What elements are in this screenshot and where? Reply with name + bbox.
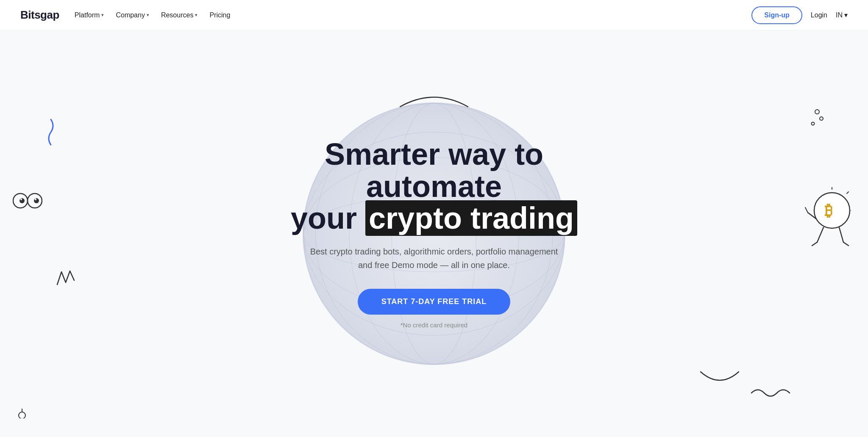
hero-section: ₿ [0,30,868,437]
nav-link-company[interactable]: Company ▾ [116,11,149,19]
svg-point-13 [19,412,25,418]
nav-item-pricing[interactable]: Pricing [209,11,230,19]
blue-squiggle-decoration [38,115,64,151]
svg-point-11 [20,199,22,200]
svg-line-24 [839,227,843,242]
login-button[interactable]: Login [811,11,827,19]
chevron-down-icon: ▾ [195,12,198,18]
svg-line-26 [843,242,849,246]
cta-container: START 7-DAY FREE TRIAL *No credit card r… [275,289,593,329]
svg-line-25 [812,242,817,246]
svg-point-7 [13,194,28,208]
squiggle-decoration-bottom-right [749,384,792,403]
svg-line-27 [808,213,816,219]
nav-link-pricing[interactable]: Pricing [209,11,230,19]
nav-links: Platform ▾ Company ▾ Resources ▾ Pricing [75,11,230,19]
svg-line-28 [805,207,808,213]
hero-content: Smarter way to automate your crypto trad… [264,138,604,329]
svg-point-9 [19,198,25,203]
svg-point-12 [35,199,36,200]
no-credit-note: *No credit card required [401,321,467,329]
svg-point-8 [28,194,42,208]
signup-button[interactable]: Sign-up [751,6,802,24]
trial-button[interactable]: START 7-DAY FREE TRIAL [358,289,511,315]
language-selector[interactable]: IN ▾ [836,11,848,19]
hero-subtitle: Best crypto trading bots, algorithmic or… [307,245,561,272]
nav-link-resources[interactable]: Resources ▾ [161,11,198,19]
svg-point-18 [814,193,850,228]
circle-decoration-bottom-left [17,408,28,420]
navbar-right: Sign-up Login IN ▾ [751,6,848,24]
navbar-left: Bitsgap Platform ▾ Company ▾ Resources ▾ [20,8,230,22]
eyes-decoration [13,191,42,212]
svg-point-17 [812,122,815,125]
svg-text:₿: ₿ [825,202,832,219]
navbar: Bitsgap Platform ▾ Company ▾ Resources ▾ [0,0,868,30]
svg-point-16 [820,117,823,120]
svg-point-15 [815,110,819,114]
svg-line-21 [847,192,849,194]
circles-decoration-top-right [804,107,826,134]
zigzag-decoration [55,268,78,288]
chevron-down-icon: ▾ [101,12,104,18]
nav-item-platform[interactable]: Platform ▾ [75,11,104,19]
logo[interactable]: Bitsgap [20,8,59,22]
svg-point-10 [34,198,39,203]
nav-item-company[interactable]: Company ▾ [116,11,149,19]
svg-line-23 [817,227,823,242]
bitcoin-decoration: ₿ [804,187,851,248]
nav-link-platform[interactable]: Platform ▾ [75,11,104,19]
curve-decoration-bottom [698,368,741,390]
chevron-down-icon: ▾ [844,11,848,19]
nav-item-resources[interactable]: Resources ▾ [161,11,198,19]
chevron-down-icon: ▾ [147,12,149,18]
hero-title: Smarter way to automate your crypto trad… [275,138,593,235]
